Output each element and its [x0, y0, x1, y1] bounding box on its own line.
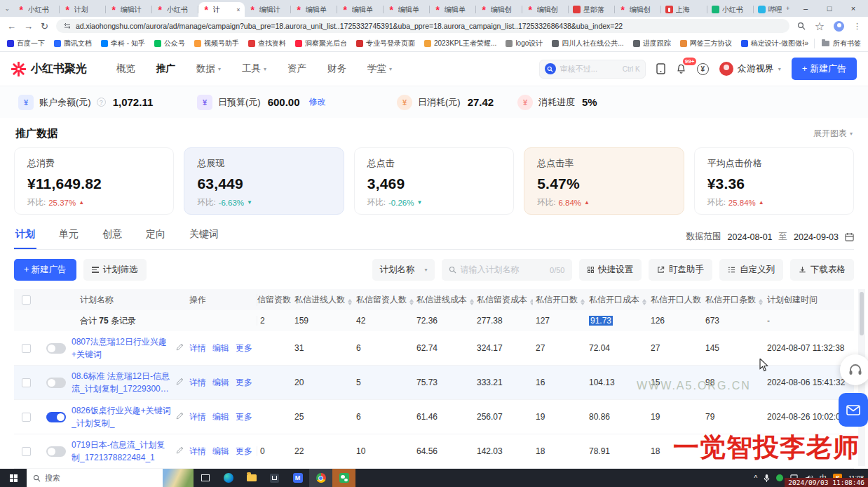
bookmark-item[interactable]: 进度跟踪 — [633, 39, 671, 48]
zoom-icon[interactable] — [797, 22, 806, 30]
bookmark-item[interactable]: 腾讯文档 — [54, 39, 92, 48]
nav-item-工具[interactable]: 工具▾ — [242, 62, 266, 75]
op-link-更多[interactable]: 更多 — [236, 378, 252, 387]
row-checkbox[interactable] — [22, 344, 31, 353]
tab-关键词[interactable]: 关键词 — [188, 225, 220, 249]
browser-tab[interactable]: *编辑单 — [430, 2, 476, 17]
new-tab-button[interactable]: + — [782, 5, 794, 12]
op-link-详情[interactable]: 详情 — [189, 412, 206, 422]
help-icon[interactable]: ? — [97, 98, 106, 107]
op-link-编辑[interactable]: 编辑 — [212, 412, 229, 422]
customer-service-button[interactable] — [840, 354, 868, 385]
stat-card-总点击[interactable]: 总点击3,469环比:-0.26%▼ — [354, 147, 514, 215]
tab-单元[interactable]: 单元 — [57, 225, 80, 249]
bookmark-star-icon[interactable]: ☆ — [815, 20, 825, 33]
stat-card-平均点击价格[interactable]: 平均点击价格¥3.36环比:25.84%▲ — [694, 147, 854, 215]
browser-tab[interactable]: 上海 — [661, 2, 707, 17]
campaign-name-link[interactable]: 0807法意瑞12日行业兴趣+关键词 — [72, 335, 172, 361]
sort-icon[interactable] — [348, 299, 352, 305]
plan-name-search-input[interactable]: 请输入计划名称 0/50 — [442, 259, 572, 281]
wechat-tray-icon[interactable] — [776, 474, 783, 481]
app-m-button[interactable]: M — [286, 469, 309, 487]
date-to[interactable]: 2024-09-03 — [794, 232, 839, 242]
browser-tab[interactable]: 哔哩哔 — [754, 2, 782, 17]
tab-创意[interactable]: 创意 — [101, 225, 123, 249]
expand-chart-toggle[interactable]: 展开图表 ▾ — [813, 128, 853, 140]
op-link-详情[interactable]: 详情 — [189, 446, 206, 456]
browser-tab[interactable]: *小红书 — [13, 2, 60, 17]
mobile-preview-icon[interactable] — [656, 63, 665, 74]
browser-tab[interactable]: *编辑单 — [291, 2, 337, 17]
store-button[interactable] — [263, 469, 286, 487]
name-field-select[interactable]: 计划名称 ▾ — [372, 259, 434, 281]
nav-item-财务[interactable]: 财务 — [327, 62, 346, 75]
select-all-checkbox[interactable] — [22, 295, 31, 305]
tab-close-icon[interactable]: × — [236, 6, 240, 13]
account-menu[interactable]: 众游视界 ▾ — [719, 62, 781, 76]
nav-item-推广[interactable]: 推广 — [156, 62, 175, 75]
tab-search-chevron-icon[interactable]: ⌄ — [1, 5, 13, 12]
op-link-详情[interactable]: 详情 — [189, 343, 206, 353]
minimize-icon[interactable]: – — [794, 4, 818, 13]
op-link-编辑[interactable]: 编辑 — [212, 343, 229, 353]
profile-avatar[interactable] — [834, 21, 844, 32]
bookmark-item[interactable]: 洞察聚光后台 — [295, 39, 347, 48]
bookmark-item[interactable]: 查找资料 — [248, 39, 286, 48]
wechat-button[interactable] — [332, 469, 355, 487]
tab-计划[interactable]: 计划 — [14, 225, 36, 249]
campaign-name-link[interactable]: 08.6标准 法意瑞12日-信息流_计划复制_1722930091961_1 — [72, 370, 172, 395]
edge-button[interactable] — [217, 469, 240, 487]
tray-chevron-icon[interactable]: ^ — [754, 474, 757, 482]
address-bar[interactable]: ad.xiaohongshu.com/aurora/ad/manage/camp… — [56, 19, 789, 33]
browser-tab[interactable]: *小红书 — [152, 2, 198, 17]
stat-card-总点击率[interactable]: 总点击率5.47%环比:6.84%▲ — [524, 147, 684, 215]
search-highlight-image[interactable] — [163, 469, 194, 487]
file-explorer-button[interactable] — [240, 469, 263, 487]
forward-icon[interactable]: → — [24, 22, 33, 31]
finance-yen-icon[interactable]: ¥ — [697, 63, 709, 75]
bookmark-item[interactable]: 稿定设计-做图做视... — [741, 39, 805, 48]
bookmark-item[interactable]: 百度一下 — [7, 39, 45, 48]
bookmark-item[interactable]: 专业号登录页面 — [356, 39, 415, 48]
quick-settings-button[interactable]: 快捷设置 — [579, 259, 642, 281]
nav-item-学堂[interactable]: 学堂▾ — [367, 62, 392, 75]
all-bookmarks-button[interactable]: 所有书签 — [814, 39, 861, 48]
op-link-编辑[interactable]: 编辑 — [212, 378, 229, 387]
nav-item-数据[interactable]: 数据▾ — [196, 62, 221, 75]
edit-pencil-icon[interactable] — [176, 343, 184, 353]
bookmark-item[interactable]: 李科 - 知乎 — [101, 39, 145, 48]
browser-tab[interactable]: *计划 — [60, 2, 106, 17]
row-checkbox[interactable] — [22, 378, 31, 387]
browser-tab[interactable]: *编辑创 — [522, 2, 569, 17]
browser-tab[interactable]: *编辑单 — [384, 2, 430, 17]
op-link-更多[interactable]: 更多 — [236, 412, 252, 422]
custom-columns-button[interactable]: 自定义列 — [719, 259, 783, 281]
campaign-name-link[interactable]: 0826饭桌行业兴趣+关键词_计划复制_ — [72, 404, 172, 429]
chrome-button[interactable] — [309, 469, 332, 487]
download-table-button[interactable]: 下载表格 — [790, 259, 854, 281]
sort-icon[interactable] — [759, 299, 763, 305]
campaign-name-link[interactable]: 0719日本-信息流_计划复制_1721378822484_1 — [72, 439, 172, 464]
new-ad-button[interactable]: + 新建广告 — [792, 58, 857, 80]
site-info-icon[interactable] — [64, 22, 71, 29]
maximize-icon[interactable]: □ — [818, 4, 841, 13]
bookmark-item[interactable]: 视频号助手 — [194, 39, 239, 48]
edit-pencil-icon[interactable] — [176, 378, 184, 387]
bookmark-item[interactable]: 公众号 — [154, 39, 185, 48]
nav-item-资产[interactable]: 资产 — [287, 62, 306, 75]
sort-icon[interactable] — [642, 299, 646, 305]
microphone-icon[interactable] — [764, 474, 770, 483]
bookmark-item[interactable]: 网签三方协议 — [680, 39, 732, 48]
stat-card-总展现[interactable]: 总展现63,449环比:-6.63%▼ — [184, 147, 344, 215]
bookmark-item[interactable]: logo设计 — [506, 39, 543, 48]
browser-tab[interactable]: *编辑计 — [106, 2, 152, 17]
tab-定向[interactable]: 定向 — [144, 225, 167, 249]
campaign-toggle[interactable] — [46, 378, 66, 388]
taskbar-search[interactable]: 搜索 — [27, 469, 194, 487]
browser-tab[interactable]: 星部落 — [569, 2, 615, 17]
stat-card-总消费[interactable]: 总消费¥11,649.82环比:25.37%▲ — [14, 147, 174, 215]
browser-tab[interactable]: *编辑创 — [615, 2, 661, 17]
campaign-toggle[interactable] — [46, 412, 66, 422]
browser-tab[interactable]: *计× — [198, 2, 245, 17]
browser-tab[interactable]: *编辑单 — [337, 2, 384, 17]
